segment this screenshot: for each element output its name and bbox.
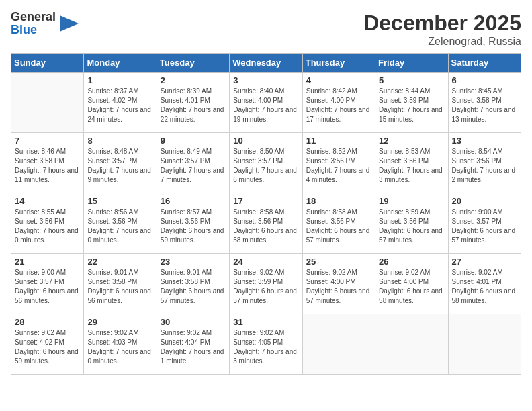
- day-number: 21: [15, 257, 80, 267]
- day-number: 17: [233, 196, 298, 206]
- calendar-table: SundayMondayTuesdayWednesdayThursdayFrid…: [11, 53, 521, 375]
- calendar-cell: 23Sunrise: 9:01 AMSunset: 3:58 PMDayligh…: [157, 254, 229, 314]
- month-title: December 2025: [363, 11, 521, 36]
- weekday-header-monday: Monday: [84, 54, 157, 73]
- calendar-cell: 1Sunrise: 8:37 AMSunset: 4:02 PMDaylight…: [84, 73, 157, 133]
- day-number: 13: [452, 136, 517, 146]
- day-number: 19: [379, 196, 444, 206]
- calendar-cell: [302, 314, 375, 375]
- day-info: Sunrise: 8:56 AMSunset: 3:56 PMDaylight:…: [87, 208, 152, 245]
- day-info: Sunrise: 9:00 AMSunset: 3:57 PMDaylight:…: [452, 208, 517, 245]
- day-info: Sunrise: 9:02 AMSunset: 3:59 PMDaylight:…: [233, 268, 298, 306]
- calendar-cell: 12Sunrise: 8:53 AMSunset: 3:56 PMDayligh…: [375, 133, 448, 193]
- day-number: 23: [161, 257, 226, 267]
- day-number: 1: [87, 75, 152, 85]
- logo-general: General: [11, 10, 56, 24]
- day-number: 28: [15, 317, 80, 327]
- calendar-cell: 2Sunrise: 8:39 AMSunset: 4:01 PMDaylight…: [157, 73, 229, 133]
- day-info: Sunrise: 8:40 AMSunset: 4:00 PMDaylight:…: [233, 87, 298, 124]
- calendar-cell: 13Sunrise: 8:54 AMSunset: 3:56 PMDayligh…: [448, 133, 521, 193]
- day-info: Sunrise: 8:42 AMSunset: 4:00 PMDaylight:…: [306, 87, 371, 124]
- day-number: 20: [452, 196, 517, 206]
- day-number: 3: [233, 75, 298, 85]
- calendar-cell: [375, 314, 448, 375]
- calendar-cell: 3Sunrise: 8:40 AMSunset: 4:00 PMDaylight…: [230, 73, 302, 133]
- day-number: 9: [161, 136, 226, 146]
- day-number: 6: [452, 75, 517, 85]
- calendar-week-3: 14Sunrise: 8:55 AMSunset: 3:56 PMDayligh…: [11, 193, 521, 254]
- day-number: 11: [306, 136, 371, 146]
- calendar-cell: 7Sunrise: 8:46 AMSunset: 3:58 PMDaylight…: [11, 133, 84, 193]
- day-number: 16: [161, 196, 226, 206]
- day-info: Sunrise: 8:58 AMSunset: 3:56 PMDaylight:…: [306, 208, 371, 245]
- day-number: 25: [306, 257, 371, 267]
- weekday-header-sunday: Sunday: [11, 54, 84, 73]
- day-info: Sunrise: 9:01 AMSunset: 3:58 PMDaylight:…: [87, 268, 152, 306]
- page-header: General Blue December 2025 Zelenograd, R…: [11, 11, 521, 48]
- day-info: Sunrise: 8:59 AMSunset: 3:56 PMDaylight:…: [379, 208, 444, 245]
- svg-marker-0: [60, 15, 79, 32]
- day-number: 15: [87, 196, 152, 206]
- title-block: December 2025 Zelenograd, Russia: [363, 11, 521, 48]
- calendar-week-5: 28Sunrise: 9:02 AMSunset: 4:02 PMDayligh…: [11, 314, 521, 375]
- day-info: Sunrise: 8:55 AMSunset: 3:56 PMDaylight:…: [15, 208, 80, 245]
- day-number: 31: [233, 317, 298, 327]
- calendar-cell: 24Sunrise: 9:02 AMSunset: 3:59 PMDayligh…: [230, 254, 302, 314]
- weekday-header-row: SundayMondayTuesdayWednesdayThursdayFrid…: [11, 54, 521, 73]
- day-info: Sunrise: 9:02 AMSunset: 4:00 PMDaylight:…: [306, 268, 371, 306]
- day-number: 26: [379, 257, 444, 267]
- day-info: Sunrise: 8:50 AMSunset: 3:57 PMDaylight:…: [233, 147, 298, 185]
- calendar-cell: 27Sunrise: 9:02 AMSunset: 4:01 PMDayligh…: [448, 254, 521, 314]
- weekday-header-saturday: Saturday: [448, 54, 521, 73]
- calendar-cell: 6Sunrise: 8:45 AMSunset: 3:58 PMDaylight…: [448, 73, 521, 133]
- day-info: Sunrise: 9:02 AMSunset: 4:05 PMDaylight:…: [233, 328, 298, 366]
- calendar-cell: 31Sunrise: 9:02 AMSunset: 4:05 PMDayligh…: [230, 314, 302, 375]
- calendar-cell: 25Sunrise: 9:02 AMSunset: 4:00 PMDayligh…: [302, 254, 375, 314]
- logo-text: General Blue: [11, 11, 56, 36]
- calendar-cell: 26Sunrise: 9:02 AMSunset: 4:00 PMDayligh…: [375, 254, 448, 314]
- calendar-cell: 14Sunrise: 8:55 AMSunset: 3:56 PMDayligh…: [11, 193, 84, 254]
- weekday-header-thursday: Thursday: [302, 54, 375, 73]
- day-number: 18: [306, 196, 371, 206]
- day-number: 29: [87, 317, 152, 327]
- day-number: 7: [15, 136, 80, 146]
- calendar-cell: 16Sunrise: 8:57 AMSunset: 3:56 PMDayligh…: [157, 193, 229, 254]
- day-info: Sunrise: 8:52 AMSunset: 3:56 PMDaylight:…: [306, 147, 371, 185]
- day-info: Sunrise: 8:39 AMSunset: 4:01 PMDaylight:…: [161, 87, 226, 124]
- calendar-week-4: 21Sunrise: 9:00 AMSunset: 3:57 PMDayligh…: [11, 254, 521, 314]
- calendar-week-2: 7Sunrise: 8:46 AMSunset: 3:58 PMDaylight…: [11, 133, 521, 193]
- day-number: 4: [306, 75, 371, 85]
- calendar-cell: 18Sunrise: 8:58 AMSunset: 3:56 PMDayligh…: [302, 193, 375, 254]
- day-info: Sunrise: 9:02 AMSunset: 4:04 PMDaylight:…: [161, 328, 226, 366]
- calendar-cell: 21Sunrise: 9:00 AMSunset: 3:57 PMDayligh…: [11, 254, 84, 314]
- calendar-cell: 15Sunrise: 8:56 AMSunset: 3:56 PMDayligh…: [84, 193, 157, 254]
- day-info: Sunrise: 9:02 AMSunset: 4:02 PMDaylight:…: [15, 328, 80, 366]
- day-info: Sunrise: 8:45 AMSunset: 3:58 PMDaylight:…: [452, 87, 517, 124]
- day-info: Sunrise: 9:02 AMSunset: 4:03 PMDaylight:…: [87, 328, 152, 366]
- calendar-cell: 9Sunrise: 8:49 AMSunset: 3:57 PMDaylight…: [157, 133, 229, 193]
- day-info: Sunrise: 9:02 AMSunset: 4:01 PMDaylight:…: [452, 268, 517, 306]
- day-info: Sunrise: 8:54 AMSunset: 3:56 PMDaylight:…: [452, 147, 517, 185]
- logo: General Blue: [11, 11, 79, 36]
- calendar-cell: 22Sunrise: 9:01 AMSunset: 3:58 PMDayligh…: [84, 254, 157, 314]
- day-number: 10: [233, 136, 298, 146]
- day-number: 27: [452, 257, 517, 267]
- logo-icon: [60, 15, 79, 32]
- day-info: Sunrise: 8:53 AMSunset: 3:56 PMDaylight:…: [379, 147, 444, 185]
- calendar-cell: 8Sunrise: 8:48 AMSunset: 3:57 PMDaylight…: [84, 133, 157, 193]
- weekday-header-tuesday: Tuesday: [157, 54, 229, 73]
- day-info: Sunrise: 8:58 AMSunset: 3:56 PMDaylight:…: [233, 208, 298, 245]
- calendar-cell: 29Sunrise: 9:02 AMSunset: 4:03 PMDayligh…: [84, 314, 157, 375]
- calendar-cell: 30Sunrise: 9:02 AMSunset: 4:04 PMDayligh…: [157, 314, 229, 375]
- day-info: Sunrise: 9:01 AMSunset: 3:58 PMDaylight:…: [161, 268, 226, 306]
- calendar-cell: 5Sunrise: 8:44 AMSunset: 3:59 PMDaylight…: [375, 73, 448, 133]
- weekday-header-friday: Friday: [375, 54, 448, 73]
- calendar-week-1: 1Sunrise: 8:37 AMSunset: 4:02 PMDaylight…: [11, 73, 521, 133]
- day-number: 24: [233, 257, 298, 267]
- day-info: Sunrise: 8:37 AMSunset: 4:02 PMDaylight:…: [87, 87, 152, 124]
- weekday-header-wednesday: Wednesday: [230, 54, 302, 73]
- calendar-cell: [11, 73, 84, 133]
- day-info: Sunrise: 9:00 AMSunset: 3:57 PMDaylight:…: [15, 268, 80, 306]
- day-info: Sunrise: 8:57 AMSunset: 3:56 PMDaylight:…: [161, 208, 226, 245]
- calendar-cell: 17Sunrise: 8:58 AMSunset: 3:56 PMDayligh…: [230, 193, 302, 254]
